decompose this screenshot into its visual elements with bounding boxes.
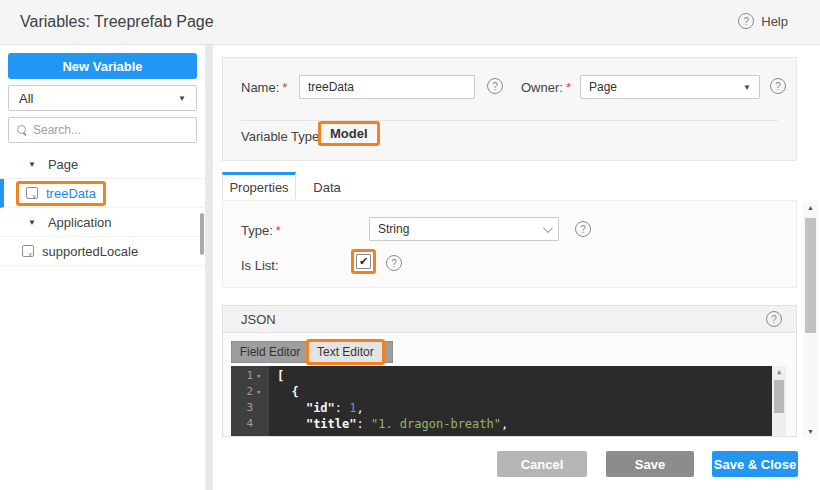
variable-filter-dropdown[interactable]: All ▼ <box>8 85 197 111</box>
variable-detail-panel: Name:* ? Owner:* Page ▼ ? Variable Type:… <box>213 45 820 490</box>
field-editor-button[interactable]: Field Editor <box>232 342 308 362</box>
editor-scrollbar[interactable]: ▲ <box>772 366 786 436</box>
content-scrollbar-thumb[interactable] <box>805 218 816 333</box>
code-text: [ <box>277 368 284 384</box>
owner-label: Owner:* <box>521 80 571 95</box>
dialog-header: Variables: Treeprefab Page ? Help <box>0 0 820 45</box>
scroll-up-icon[interactable]: ▲ <box>772 366 786 378</box>
editor-mode-toggle: Field Editor Text Editor <box>231 341 393 363</box>
type-help-icon[interactable]: ? <box>575 221 591 237</box>
page-title: Variables: Treeprefab Page <box>20 13 214 31</box>
code-line-1: 1▾[ <box>231 368 786 384</box>
line-number: 2 <box>231 384 253 400</box>
line-number: 4 <box>231 416 253 432</box>
annotation-box-is-list: ✔ <box>351 249 376 274</box>
line-number: 1 <box>231 368 253 384</box>
save-and-close-button[interactable]: Save & Close <box>712 451 798 477</box>
code-lines: 1▾[2▾ {3 "id": 1,4 "title": "1. dragon-b… <box>231 366 786 432</box>
editor-scrollbar-thumb[interactable] <box>774 380 784 413</box>
dropdown-arrow-icon: ▼ <box>178 94 186 103</box>
variable-tree: ▼PagetreeData▼ApplicationsupportedLocale <box>0 150 205 266</box>
json-title: JSON <box>241 312 276 327</box>
collapse-caret-icon[interactable]: ▼ <box>28 160 36 169</box>
json-help-icon[interactable]: ? <box>766 311 782 327</box>
annotation-box-treeData: treeData <box>16 181 106 206</box>
type-value: String <box>378 222 409 236</box>
search-input[interactable] <box>33 123 188 137</box>
sidebar-divider <box>205 45 213 490</box>
new-variable-button[interactable]: New Variable <box>8 53 197 79</box>
content-scrollbar[interactable]: ▲ ▼ <box>803 202 818 438</box>
chevron-down-icon <box>543 223 553 233</box>
is-list-label: Is List: <box>241 258 279 273</box>
sidebar-group-Application[interactable]: ▼Application <box>0 208 205 237</box>
owner-value: Page <box>589 80 617 94</box>
code-line-3: 3 "id": 1, <box>231 400 786 416</box>
json-code-editor[interactable]: 1▾[2▾ {3 "id": 1,4 "title": "1. dragon-b… <box>231 366 786 436</box>
json-panel-header: JSON ? <box>223 306 796 333</box>
annotation-box-text-editor: Text Editor <box>306 339 385 365</box>
annotation-box-variable-type: Model <box>318 121 380 146</box>
code-line-2: 2▾ { <box>231 384 786 400</box>
variable-icon <box>26 187 38 199</box>
required-asterisk: * <box>566 80 571 95</box>
cancel-button[interactable]: Cancel <box>497 451 587 477</box>
variable-search <box>8 117 197 143</box>
scroll-up-icon[interactable]: ▲ <box>803 202 818 214</box>
variable-type-value: Model <box>330 126 368 141</box>
sidebar-item-treeData[interactable]: treeData <box>0 179 205 208</box>
code-fold-icon[interactable]: ▾ <box>256 384 261 400</box>
save-button[interactable]: Save <box>606 451 694 477</box>
group-label: Application <box>48 215 112 230</box>
type-label: Type:* <box>241 223 281 238</box>
text-editor-button[interactable]: Text Editor <box>309 342 382 362</box>
tab-properties[interactable]: Properties <box>222 172 296 199</box>
required-asterisk: * <box>282 80 287 95</box>
collapse-caret-icon[interactable]: ▼ <box>28 218 36 227</box>
required-asterisk: * <box>276 223 281 238</box>
tab-data[interactable]: Data <box>298 175 356 199</box>
properties-panel: Type:* String ? Is List: ✔ ? <box>222 200 797 288</box>
variables-sidebar: New Variable All ▼ ▼PagetreeData▼Applica… <box>0 45 205 490</box>
group-label: Page <box>48 157 78 172</box>
help-label: Help <box>761 14 788 29</box>
line-number: 3 <box>231 400 253 416</box>
json-panel: JSON ? Field Editor Text Editor 1▾[2▾ {3… <box>222 305 797 437</box>
code-line-4: 4 "title": "1. dragon-breath", <box>231 416 786 432</box>
variable-name-label: treeData <box>46 186 96 201</box>
variable-filter-value: All <box>19 91 33 106</box>
help-link[interactable]: ? Help <box>738 13 788 29</box>
is-list-help-icon[interactable]: ? <box>386 255 402 271</box>
name-input[interactable] <box>299 75 475 99</box>
name-help-icon[interactable]: ? <box>487 78 503 94</box>
is-list-checkbox[interactable]: ✔ <box>356 254 371 269</box>
sidebar-item-supportedLocale[interactable]: supportedLocale <box>0 237 205 266</box>
code-text: "id": 1, <box>277 400 364 416</box>
variable-type-label: Variable Type: <box>241 129 323 144</box>
variable-icon <box>22 245 34 257</box>
variable-name-label: supportedLocale <box>42 244 138 259</box>
code-text: "title": "1. dragon-breath", <box>277 416 508 432</box>
type-dropdown[interactable]: String <box>369 217 559 241</box>
owner-dropdown[interactable]: Page ▼ <box>580 75 760 99</box>
variable-form-panel: Name:* ? Owner:* Page ▼ ? Variable Type:… <box>222 57 797 161</box>
dropdown-arrow-icon: ▼ <box>743 83 751 92</box>
code-fold-icon[interactable]: ▾ <box>256 368 261 384</box>
search-icon <box>17 125 27 135</box>
owner-help-icon[interactable]: ? <box>770 78 786 94</box>
help-icon: ? <box>738 13 754 29</box>
sidebar-group-Page[interactable]: ▼Page <box>0 150 205 179</box>
scroll-down-icon[interactable]: ▼ <box>803 426 818 438</box>
code-text: { <box>277 384 299 400</box>
name-label: Name:* <box>241 80 287 95</box>
item-content: supportedLocale <box>22 244 138 259</box>
sidebar-scrollbar-thumb[interactable] <box>200 213 204 255</box>
